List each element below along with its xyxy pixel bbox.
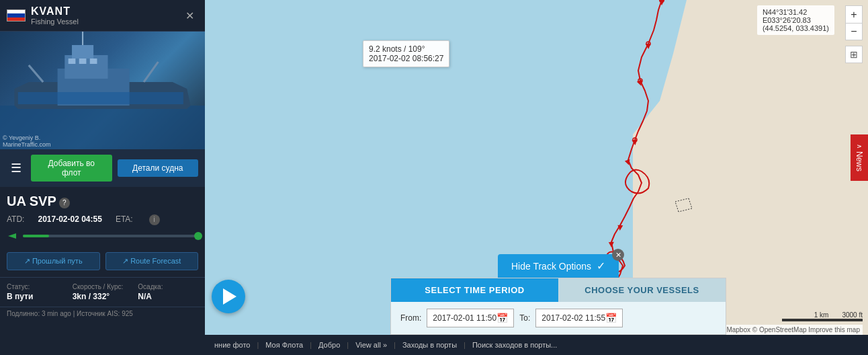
news-label: News: [855, 151, 864, 171]
toolbar-row: ☰ Добавить во флот Детали судна: [0, 149, 205, 187]
source-row: Подлинно: 3 min ago | Источник AIS: 925: [0, 307, 205, 320]
news-tab[interactable]: ∧ News: [851, 134, 868, 181]
play-button[interactable]: [212, 280, 245, 313]
info-badge[interactable]: ?: [59, 198, 70, 208]
speed-label: Скорость / Курс:: [73, 283, 133, 290]
credit-line1: © Yevgeniy B.: [3, 134, 51, 141]
track-options-panel: SELECT TIME PERIOD CHOOSE YOUR VESSELS F…: [390, 278, 726, 335]
atd-value: 2017-02-02 04:55: [38, 214, 101, 225]
track-options-panel-container: ✕ Hide Track Options ✓ SELECT TIME PERIO…: [249, 254, 868, 335]
progress-dot: [194, 232, 202, 240]
from-calendar-icon: 📅: [496, 313, 508, 323]
from-label: From:: [400, 313, 421, 323]
lon-coord: E033°26'20.83: [763, 16, 829, 24]
vessel-info: UA SVP ? ATD: 2017-02-02 04:55 ETA: i: [0, 187, 205, 252]
speed-value: 3kn / 332°: [73, 292, 133, 301]
atd-eta-row: ATD: 2017-02-02 04:55 ETA: i: [7, 214, 198, 225]
progress-row: [7, 231, 198, 241]
tooltip-timestamp: 2017-02-02 08:56:27: [369, 54, 443, 63]
tab-select-time-period[interactable]: SELECT TIME PERIOD: [391, 278, 558, 302]
tab-content-time: From: 2017-02-01 11:50 📅 To: 2017-02-02 …: [391, 302, 726, 334]
decimal-coords: (44.5254, 033.4391): [763, 24, 829, 32]
hamburger-button[interactable]: ☰: [7, 158, 26, 178]
coordinates-display: N44°31'31.42 E033°26'20.83 (44.5254, 033…: [757, 5, 834, 35]
tooltip-speed: 9.2 knots / 109°: [369, 44, 443, 54]
nav-item-welcome[interactable]: Добро: [314, 341, 344, 349]
hide-track-check-icon: ✓: [597, 260, 605, 272]
progress-bar-fill: [23, 235, 49, 237]
nav-item-photos[interactable]: нние фото: [210, 341, 254, 349]
vessel-image: © Yevgeniy B. MarineTraffic.com: [0, 32, 205, 149]
svg-rect-35: [18, 92, 183, 104]
status-label: Статус:: [7, 283, 67, 290]
route-button-row: ↗ Прошлый путь ↗ Route Forecast: [0, 252, 205, 277]
vessel-title-block: KVANT Fishing Vessel: [31, 5, 176, 26]
zoom-out-button[interactable]: −: [845, 23, 863, 40]
image-credit: © Yevgeniy B. MarineTraffic.com: [3, 134, 51, 148]
svg-point-9: [646, 42, 650, 46]
sidebar: KVANT Fishing Vessel ✕: [0, 0, 205, 355]
bottom-nav: нние фото | Моя Флота | Добро | View all…: [205, 335, 868, 355]
add-to-fleet-button[interactable]: Добавить во флот: [31, 155, 112, 182]
vessel-callsign: UA SVP: [7, 194, 56, 209]
credit-line2: MarineTraffic.com: [3, 141, 51, 148]
close-sidebar-button[interactable]: ✕: [181, 8, 198, 24]
status-row: Статус: В пути Скорость / Курс: 3kn / 33…: [0, 277, 205, 307]
svg-point-8: [659, 0, 664, 3]
play-icon: [223, 288, 236, 305]
vessel-progress-icon: [7, 231, 17, 241]
atd-label: ATD:: [7, 214, 24, 225]
vessel-tooltip: 9.2 knots / 109° 2017-02-02 08:56:27: [363, 40, 449, 67]
svg-rect-32: [69, 58, 76, 64]
to-label: To:: [519, 313, 530, 323]
vessel-name: KVANT: [31, 5, 176, 17]
to-date-value: 2017-02-02 11:55: [541, 313, 605, 323]
map-layers-button[interactable]: ⊞: [845, 46, 863, 63]
svg-line-31: [144, 62, 158, 82]
hide-track-button[interactable]: ✕ Hide Track Options ✓: [498, 254, 619, 278]
nav-item-port-search[interactable]: Поиск заходов в порты...: [468, 341, 561, 349]
zoom-controls: + −: [845, 5, 863, 40]
svg-marker-0: [659, 0, 664, 5]
lat-coord: N44°31'31.42: [763, 8, 829, 16]
tab-choose-vessels[interactable]: CHOOSE YOUR VESSELS: [558, 278, 726, 302]
zoom-in-button[interactable]: +: [845, 5, 863, 23]
svg-line-30: [29, 65, 43, 82]
vessel-image-placeholder: [0, 32, 205, 149]
svg-rect-34: [90, 58, 97, 64]
to-date-input[interactable]: 2017-02-02 11:55 📅: [535, 309, 623, 327]
svg-marker-1: [646, 44, 652, 50]
svg-marker-5: [617, 225, 623, 231]
status-item-draft: Осадка: N/A: [138, 283, 198, 301]
close-track-button[interactable]: ✕: [612, 249, 624, 261]
status-item-speed: Скорость / Курс: 3kn / 332°: [73, 283, 133, 301]
draft-value: N/A: [138, 292, 198, 301]
to-calendar-icon: 📅: [605, 313, 617, 323]
svg-rect-33: [79, 58, 87, 64]
svg-rect-28: [72, 45, 93, 58]
news-chevron-icon: ∧: [856, 144, 863, 149]
vessel-header: KVANT Fishing Vessel ✕: [0, 0, 205, 32]
svg-marker-6: [609, 242, 614, 247]
vessel-details-button[interactable]: Детали судна: [118, 159, 199, 177]
hide-track-label: Hide Track Options: [511, 261, 591, 272]
eta-label: ETA:: [116, 214, 133, 225]
draft-label: Осадка:: [138, 283, 198, 290]
eta-info-icon[interactable]: i: [149, 214, 160, 225]
nav-item-port-calls[interactable]: Заходы в порты: [398, 341, 461, 349]
nav-item-fleet[interactable]: Моя Флота: [261, 341, 307, 349]
vessel-type: Fishing Vessel: [31, 17, 176, 26]
nav-item-view-all[interactable]: View all »: [351, 341, 391, 349]
status-item-status: Статус: В пути: [7, 283, 67, 301]
svg-marker-36: [8, 233, 16, 239]
track-tabs-row: SELECT TIME PERIOD CHOOSE YOUR VESSELS: [391, 278, 726, 302]
from-date-input[interactable]: 2017-02-01 11:50 📅: [427, 309, 514, 327]
history-button[interactable]: ↗ Прошлый путь: [7, 252, 100, 270]
from-date-value: 2017-02-01 11:50: [433, 313, 496, 323]
source-text: Подлинно: 3 min ago | Источник AIS: 925: [7, 310, 133, 317]
route-forecast-button[interactable]: ↗ Route Forecast: [105, 252, 199, 270]
svg-marker-4: [625, 159, 632, 166]
flag-icon: [7, 9, 26, 22]
progress-bar-background: [23, 235, 198, 237]
status-value: В пути: [7, 292, 67, 301]
